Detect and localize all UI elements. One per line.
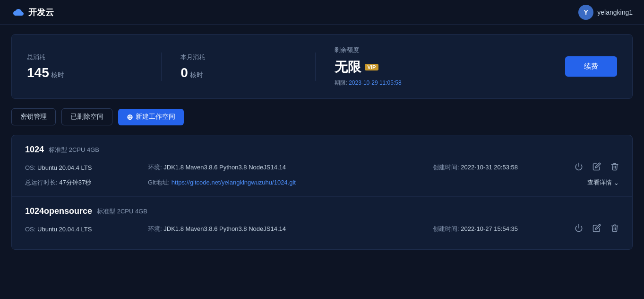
total-value: 145核时	[27, 65, 142, 80]
logo-text: 开发云	[28, 7, 54, 18]
expire-date: 2023-10-29 11:05:58	[349, 79, 401, 86]
git-link[interactable]: https://gitcode.net/yelangkingwuzuhu/102…	[172, 179, 296, 186]
workspace-header: 1024 标准型 2CPU 4GB	[25, 145, 619, 155]
action-bar: 密钥管理 已删除空间 ⊕ 新建工作空间	[11, 108, 633, 125]
new-workspace-label: 新建工作空间	[136, 113, 175, 121]
deleted-spaces-button[interactable]: 已删除空间	[61, 108, 112, 125]
expire-label: 期限:	[335, 79, 347, 86]
created-value: 创建时间: 2022-10-31 20:53:58	[433, 163, 575, 172]
power-icon[interactable]	[575, 224, 583, 234]
new-workspace-button[interactable]: ⊕ 新建工作空间	[118, 109, 184, 125]
workspace-list: 1024 标准型 2CPU 4GB OS: Ubuntu 20.04.4 LTS…	[11, 135, 633, 250]
workspace-meta-row1: OS: Ubuntu 20.04.4 LTS 环境: JDK1.8 Maven3…	[25, 224, 619, 234]
power-icon[interactable]	[575, 162, 583, 173]
git-label: Git地址:	[148, 179, 170, 186]
os-value: OS: Ubuntu 20.04.4 LTS	[25, 226, 148, 233]
remaining-label: 剩余额度	[335, 46, 566, 54]
remaining-stat: 剩余额度 无限 VIP 期限: 2023-10-29 11:05:58	[335, 46, 566, 87]
runtime-label: 总运行时长:	[25, 179, 58, 186]
divider-2	[315, 53, 316, 81]
total-label: 总消耗	[27, 53, 142, 62]
monthly-value: 0核时	[180, 65, 296, 80]
created-label: 创建时间:	[433, 225, 459, 232]
monthly-label: 本月消耗	[180, 53, 296, 62]
key-manage-button[interactable]: 密钥管理	[11, 108, 56, 125]
user-menu[interactable]: Y yelangking1	[578, 5, 633, 20]
delete-icon[interactable]	[610, 162, 619, 173]
os-value: OS: Ubuntu 20.04.4 LTS	[25, 164, 148, 171]
workspace-name: 1024	[25, 145, 44, 155]
workspace-spec: 标准型 2CPU 4GB	[49, 146, 99, 154]
workspace-item: 1024 标准型 2CPU 4GB OS: Ubuntu 20.04.4 LTS…	[12, 135, 632, 197]
os-label: OS:	[25, 226, 35, 233]
delete-icon[interactable]	[610, 224, 619, 234]
edit-icon[interactable]	[592, 162, 601, 173]
env-label: 环境:	[148, 164, 162, 171]
env-value: 环境: JDK1.8 Maven3.8.6 Python3.8 NodeJS14…	[148, 225, 433, 233]
workspace-actions	[575, 162, 619, 173]
logo: 开发云	[11, 7, 54, 18]
chevron-down-icon: ⌄	[614, 179, 619, 186]
workspace-actions	[575, 224, 619, 234]
monthly-unit: 核时	[190, 71, 203, 79]
details-link[interactable]: 查看详情 ⌄	[587, 178, 619, 187]
plus-icon: ⊕	[127, 113, 133, 122]
avatar: Y	[578, 5, 593, 20]
monthly-stat: 本月消耗 0核时	[180, 53, 296, 80]
edit-icon[interactable]	[592, 224, 601, 234]
env-value: 环境: JDK1.8 Maven3.8.6 Python3.8 NodeJS14…	[148, 163, 433, 172]
workspace-item: 1024opensource 标准型 2CPU 4GB OS: Ubuntu 2…	[12, 197, 632, 249]
main-content: 总消耗 145核时 本月消耗 0核时 剩余额度 无限 VIP 期限: 2023-…	[0, 25, 644, 259]
created-label: 创建时间:	[433, 164, 459, 171]
divider-1	[161, 53, 162, 81]
stats-card: 总消耗 145核时 本月消耗 0核时 剩余额度 无限 VIP 期限: 2023-…	[11, 34, 633, 99]
expire-text: 期限: 2023-10-29 11:05:58	[335, 79, 566, 87]
os-label: OS:	[25, 164, 35, 171]
workspace-spec: 标准型 2CPU 4GB	[97, 207, 147, 216]
total-unit: 核时	[51, 71, 64, 79]
git-value: Git地址: https://gitcode.net/yelangkingwuz…	[148, 178, 446, 187]
workspace-meta-row2: 总运行时长: 47分钟37秒 Git地址: https://gitcode.ne…	[25, 178, 619, 187]
workspace-meta-row1: OS: Ubuntu 20.04.4 LTS 环境: JDK1.8 Maven3…	[25, 162, 619, 173]
runtime-value: 总运行时长: 47分钟37秒	[25, 178, 148, 187]
renew-button[interactable]: 续费	[565, 56, 617, 77]
workspace-header: 1024opensource 标准型 2CPU 4GB	[25, 206, 619, 216]
created-value: 创建时间: 2022-10-27 15:54:35	[433, 225, 575, 233]
username: yelangking1	[597, 9, 633, 16]
remaining-value: 无限 VIP	[335, 58, 566, 76]
header: 开发云 Y yelangking1	[0, 0, 644, 25]
vip-badge: VIP	[365, 64, 379, 70]
total-stat: 总消耗 145核时	[27, 53, 142, 80]
cloud-icon	[11, 8, 25, 17]
env-label: 环境:	[148, 225, 162, 232]
workspace-name: 1024opensource	[25, 206, 92, 216]
